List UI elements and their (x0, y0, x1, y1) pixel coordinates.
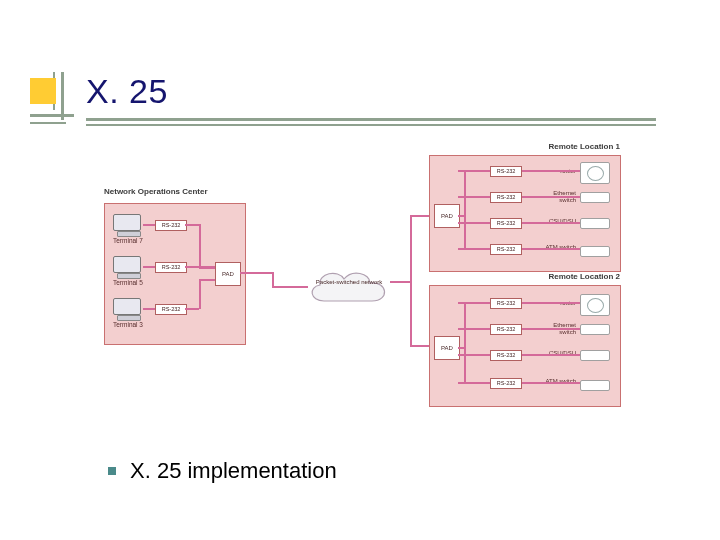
remote2-panel: Remote Location 2 PAD RS-232 RS-232 RS-2… (429, 285, 621, 407)
iface-label: RS-232 (490, 298, 522, 309)
iface-label: RS-232 (155, 304, 187, 315)
atm-switch-icon (580, 246, 610, 257)
terminal-icon (113, 298, 143, 320)
title-underline (86, 118, 656, 121)
terminal-icon (113, 256, 143, 278)
terminal-label: Terminal 7 (113, 237, 143, 244)
bullet-icon (108, 467, 116, 475)
slide-title: X. 25 (86, 72, 168, 111)
remote1-title: Remote Location 1 (430, 142, 620, 151)
router-icon (580, 294, 610, 316)
noc-title: Network Operations Center (104, 187, 244, 196)
pad-box: PAD (434, 336, 460, 360)
atm-switch-icon (580, 380, 610, 391)
terminal-icon (113, 214, 143, 236)
cloud-network: Packet-switched network (304, 265, 394, 311)
iface-label: RS-232 (155, 262, 187, 273)
title-underline-thin (86, 124, 656, 126)
iface-label: RS-232 (490, 192, 522, 203)
iface-label: RS-232 (490, 324, 522, 335)
slide: X. 25 Network Operations Center RS-232 R… (0, 0, 720, 540)
terminal-label: Terminal 5 (113, 279, 143, 286)
cloud-icon (304, 265, 394, 311)
terminal-label: Terminal 3 (113, 321, 143, 328)
router-icon (580, 162, 610, 184)
iface-label: RS-232 (490, 166, 522, 177)
bullet-text: X. 25 implementation (130, 458, 337, 484)
iface-label: RS-232 (490, 218, 522, 229)
csudsu-icon (580, 350, 610, 361)
switch-icon (580, 324, 610, 335)
pad-box: PAD (215, 262, 241, 286)
x25-diagram: Network Operations Center RS-232 RS-232 … (104, 155, 624, 415)
cloud-label: Packet-switched network (304, 279, 394, 286)
iface-label: RS-232 (155, 220, 187, 231)
iface-label: RS-232 (490, 350, 522, 361)
csudsu-icon (580, 218, 610, 229)
iface-label: RS-232 (490, 378, 522, 389)
title-bullet-icon (30, 72, 80, 122)
pad-box: PAD (434, 204, 460, 228)
noc-panel: RS-232 RS-232 RS-232 Terminal 7 Terminal… (104, 203, 246, 345)
remote2-title: Remote Location 2 (430, 272, 620, 281)
switch-icon (580, 192, 610, 203)
remote1-panel: Remote Location 1 PAD RS-232 RS-232 RS-2… (429, 155, 621, 272)
iface-label: RS-232 (490, 244, 522, 255)
